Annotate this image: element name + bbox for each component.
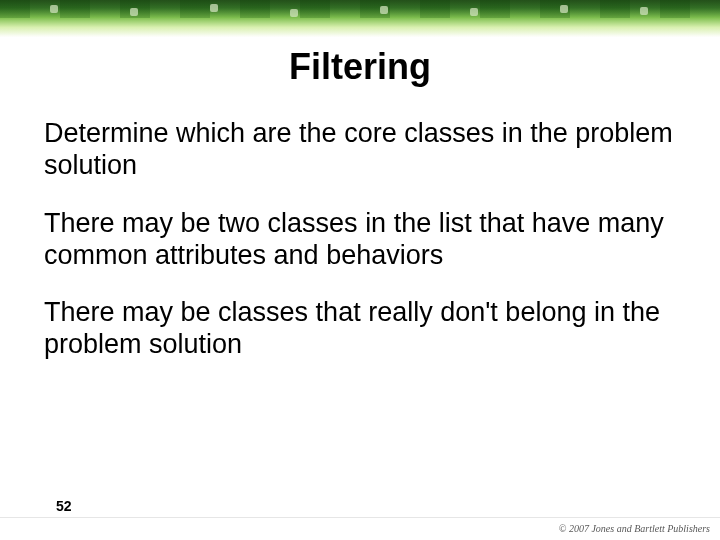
slide-title: Filtering bbox=[0, 46, 720, 88]
slide-body: Determine which are the core classes in … bbox=[0, 88, 720, 361]
page-number: 52 bbox=[56, 498, 72, 514]
paragraph: Determine which are the core classes in … bbox=[44, 118, 676, 182]
footer-divider bbox=[0, 517, 720, 518]
decorative-banner bbox=[0, 0, 720, 44]
copyright-text: © 2007 Jones and Bartlett Publishers bbox=[559, 523, 710, 534]
paragraph: There may be classes that really don't b… bbox=[44, 297, 676, 361]
paragraph: There may be two classes in the list tha… bbox=[44, 208, 676, 272]
